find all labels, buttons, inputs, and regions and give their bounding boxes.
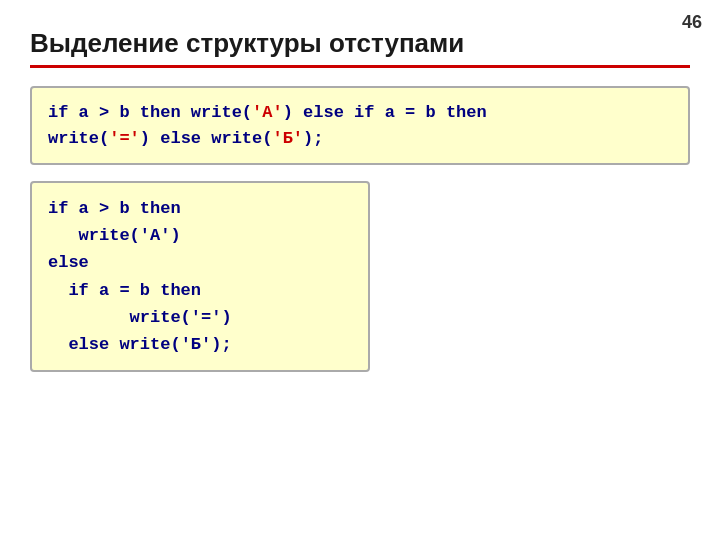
highlight-B2: 'Б' [181, 335, 212, 354]
code-block-indented-wrapper: if a > b then write('A') else if a = b t… [30, 181, 370, 388]
code-line-1: if a > b then write('A') else if a = b t… [48, 100, 672, 126]
code-line-i5: write('=') [48, 304, 352, 331]
code-line-i6: else write('Б'); [48, 331, 352, 358]
code-block-compact: if a > b then write('A') else if a = b t… [30, 86, 690, 165]
slide-number: 46 [682, 12, 702, 33]
slide: 46 Выделение структуры отступами if a > … [0, 0, 720, 540]
highlight-eq2: '=' [191, 308, 222, 327]
highlight-A: 'A' [252, 103, 283, 122]
highlight-A2: 'A' [140, 226, 171, 245]
code-block-indented: if a > b then write('A') else if a = b t… [30, 181, 370, 372]
code-line-i2: write('A') [48, 222, 352, 249]
code-line-2: write('=') else write('Б'); [48, 126, 672, 152]
code-line-i3: else [48, 249, 352, 276]
highlight-eq: '=' [109, 129, 140, 148]
highlight-B: 'Б' [272, 129, 303, 148]
code-line-i4: if a = b then [48, 277, 352, 304]
code-line-i1: if a > b then [48, 195, 352, 222]
page-title: Выделение структуры отступами [30, 28, 690, 68]
